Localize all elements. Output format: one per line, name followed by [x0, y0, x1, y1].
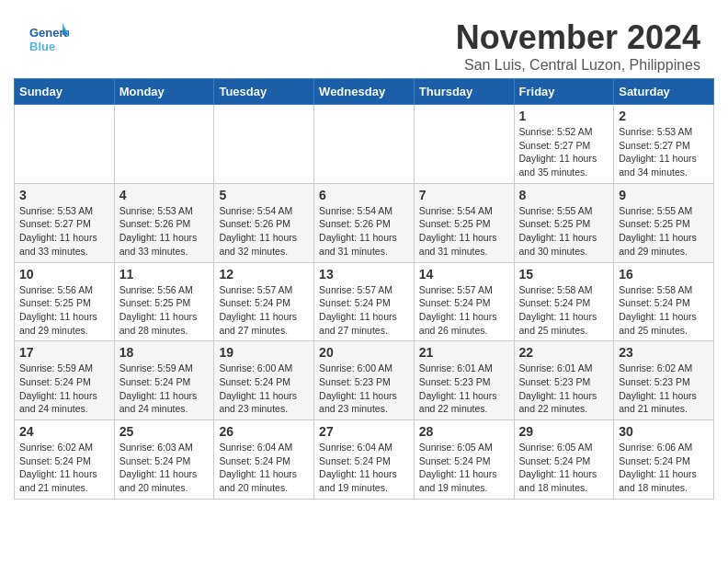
- day-number: 8: [519, 188, 609, 202]
- day-info: Sunrise: 6:00 AM Sunset: 5:24 PM Dayligh…: [219, 362, 309, 416]
- day-info: Sunrise: 5:56 AM Sunset: 5:25 PM Dayligh…: [19, 283, 109, 338]
- calendar-cell: 10Sunrise: 5:56 AM Sunset: 5:25 PM Dayli…: [15, 262, 115, 341]
- calendar-table: SundayMondayTuesdayWednesdayThursdayFrid…: [14, 78, 714, 500]
- calendar-week-1: 1Sunrise: 5:52 AM Sunset: 5:27 PM Daylig…: [15, 105, 714, 184]
- day-number: 18: [119, 345, 210, 360]
- day-number: 11: [119, 267, 210, 282]
- day-number: 23: [619, 345, 709, 360]
- calendar-cell: 26Sunrise: 6:04 AM Sunset: 5:24 PM Dayli…: [214, 420, 314, 500]
- day-number: 6: [319, 188, 409, 202]
- calendar-cell: [314, 105, 415, 184]
- day-info: Sunrise: 5:53 AM Sunset: 5:26 PM Dayligh…: [119, 204, 210, 259]
- day-info: Sunrise: 6:01 AM Sunset: 5:23 PM Dayligh…: [519, 362, 609, 416]
- calendar-cell: 21Sunrise: 6:01 AM Sunset: 5:23 PM Dayli…: [414, 341, 514, 420]
- svg-text:Blue: Blue: [29, 40, 55, 53]
- calendar-cell: [15, 105, 115, 184]
- calendar-cell: 19Sunrise: 6:00 AM Sunset: 5:24 PM Dayli…: [214, 341, 314, 420]
- day-number: 29: [519, 424, 609, 439]
- calendar-week-2: 3Sunrise: 5:53 AM Sunset: 5:27 PM Daylig…: [15, 183, 714, 262]
- day-info: Sunrise: 5:57 AM Sunset: 5:24 PM Dayligh…: [319, 283, 409, 338]
- day-info: Sunrise: 6:03 AM Sunset: 5:24 PM Dayligh…: [119, 441, 210, 495]
- calendar-cell: 30Sunrise: 6:06 AM Sunset: 5:24 PM Dayli…: [614, 420, 714, 500]
- day-number: 4: [119, 188, 210, 202]
- day-number: 28: [419, 424, 509, 439]
- day-info: Sunrise: 5:54 AM Sunset: 5:26 PM Dayligh…: [219, 204, 309, 259]
- day-number: 5: [219, 188, 309, 202]
- calendar-cell: 25Sunrise: 6:03 AM Sunset: 5:24 PM Dayli…: [114, 420, 214, 500]
- col-header-thursday: Thursday: [414, 79, 514, 105]
- col-header-saturday: Saturday: [614, 79, 714, 105]
- calendar-cell: 3Sunrise: 5:53 AM Sunset: 5:27 PM Daylig…: [15, 183, 115, 262]
- calendar-cell: 1Sunrise: 5:52 AM Sunset: 5:27 PM Daylig…: [514, 105, 614, 184]
- calendar-cell: [214, 105, 314, 184]
- day-info: Sunrise: 5:52 AM Sunset: 5:27 PM Dayligh…: [519, 125, 609, 179]
- calendar-cell: 23Sunrise: 6:02 AM Sunset: 5:23 PM Dayli…: [614, 341, 714, 420]
- day-info: Sunrise: 5:54 AM Sunset: 5:26 PM Dayligh…: [319, 204, 409, 259]
- day-number: 1: [519, 109, 609, 123]
- calendar-cell: 20Sunrise: 6:00 AM Sunset: 5:23 PM Dayli…: [314, 341, 415, 420]
- day-info: Sunrise: 6:06 AM Sunset: 5:24 PM Dayligh…: [619, 441, 709, 495]
- calendar-cell: 27Sunrise: 6:04 AM Sunset: 5:24 PM Dayli…: [314, 420, 415, 500]
- day-number: 19: [219, 345, 309, 360]
- day-info: Sunrise: 5:58 AM Sunset: 5:24 PM Dayligh…: [519, 283, 609, 338]
- day-info: Sunrise: 6:04 AM Sunset: 5:24 PM Dayligh…: [319, 441, 409, 495]
- calendar-week-4: 17Sunrise: 5:59 AM Sunset: 5:24 PM Dayli…: [15, 341, 714, 420]
- col-header-sunday: Sunday: [15, 79, 115, 105]
- day-number: 30: [619, 424, 709, 439]
- calendar-cell: 17Sunrise: 5:59 AM Sunset: 5:24 PM Dayli…: [15, 341, 115, 420]
- calendar-cell: 11Sunrise: 5:56 AM Sunset: 5:25 PM Dayli…: [114, 262, 214, 341]
- day-number: 24: [19, 424, 109, 439]
- calendar-cell: 5Sunrise: 5:54 AM Sunset: 5:26 PM Daylig…: [214, 183, 314, 262]
- day-number: 26: [219, 424, 309, 439]
- calendar-cell: 2Sunrise: 5:53 AM Sunset: 5:27 PM Daylig…: [614, 105, 714, 184]
- col-header-monday: Monday: [114, 79, 214, 105]
- day-info: Sunrise: 5:53 AM Sunset: 5:27 PM Dayligh…: [619, 125, 709, 179]
- col-header-tuesday: Tuesday: [214, 79, 314, 105]
- day-number: 22: [519, 345, 609, 360]
- calendar-cell: 6Sunrise: 5:54 AM Sunset: 5:26 PM Daylig…: [314, 183, 415, 262]
- day-info: Sunrise: 5:58 AM Sunset: 5:24 PM Dayligh…: [619, 283, 709, 338]
- day-info: Sunrise: 5:55 AM Sunset: 5:25 PM Dayligh…: [619, 204, 709, 259]
- location: San Luis, Central Luzon, Philippines: [456, 57, 700, 74]
- title-section: November 2024 San Luis, Central Luzon, P…: [456, 18, 700, 74]
- calendar-cell: 12Sunrise: 5:57 AM Sunset: 5:24 PM Dayli…: [214, 262, 314, 341]
- day-info: Sunrise: 6:02 AM Sunset: 5:24 PM Dayligh…: [19, 441, 109, 495]
- calendar-cell: 28Sunrise: 6:05 AM Sunset: 5:24 PM Dayli…: [414, 420, 514, 500]
- day-number: 9: [619, 188, 709, 202]
- day-number: 7: [419, 188, 509, 202]
- page-header: General Blue November 2024 San Luis, Cen…: [0, 0, 728, 78]
- col-header-friday: Friday: [514, 79, 614, 105]
- calendar-cell: 9Sunrise: 5:55 AM Sunset: 5:25 PM Daylig…: [614, 183, 714, 262]
- calendar-week-5: 24Sunrise: 6:02 AM Sunset: 5:24 PM Dayli…: [15, 420, 714, 500]
- calendar-cell: 22Sunrise: 6:01 AM Sunset: 5:23 PM Dayli…: [514, 341, 614, 420]
- calendar-cell: 8Sunrise: 5:55 AM Sunset: 5:25 PM Daylig…: [514, 183, 614, 262]
- day-info: Sunrise: 5:59 AM Sunset: 5:24 PM Dayligh…: [19, 362, 109, 416]
- day-number: 12: [219, 267, 309, 282]
- calendar-cell: 14Sunrise: 5:57 AM Sunset: 5:24 PM Dayli…: [414, 262, 514, 341]
- day-info: Sunrise: 5:59 AM Sunset: 5:24 PM Dayligh…: [119, 362, 210, 416]
- day-number: 10: [19, 267, 109, 282]
- day-number: 21: [419, 345, 509, 360]
- day-number: 13: [319, 267, 409, 282]
- calendar-week-3: 10Sunrise: 5:56 AM Sunset: 5:25 PM Dayli…: [15, 262, 714, 341]
- day-info: Sunrise: 5:54 AM Sunset: 5:25 PM Dayligh…: [419, 204, 509, 259]
- day-info: Sunrise: 5:53 AM Sunset: 5:27 PM Dayligh…: [19, 204, 109, 259]
- calendar-cell: [114, 105, 214, 184]
- calendar-cell: 24Sunrise: 6:02 AM Sunset: 5:24 PM Dayli…: [15, 420, 115, 500]
- day-info: Sunrise: 6:05 AM Sunset: 5:24 PM Dayligh…: [419, 441, 509, 495]
- calendar-cell: 18Sunrise: 5:59 AM Sunset: 5:24 PM Dayli…: [114, 341, 214, 420]
- calendar-cell: 29Sunrise: 6:05 AM Sunset: 5:24 PM Dayli…: [514, 420, 614, 500]
- calendar-cell: 7Sunrise: 5:54 AM Sunset: 5:25 PM Daylig…: [414, 183, 514, 262]
- day-number: 14: [419, 267, 509, 282]
- day-info: Sunrise: 5:57 AM Sunset: 5:24 PM Dayligh…: [219, 283, 309, 338]
- calendar-cell: 4Sunrise: 5:53 AM Sunset: 5:26 PM Daylig…: [114, 183, 214, 262]
- day-info: Sunrise: 6:00 AM Sunset: 5:23 PM Dayligh…: [319, 362, 409, 416]
- day-info: Sunrise: 6:01 AM Sunset: 5:23 PM Dayligh…: [419, 362, 509, 416]
- day-number: 15: [519, 267, 609, 282]
- calendar-cell: 15Sunrise: 5:58 AM Sunset: 5:24 PM Dayli…: [514, 262, 614, 341]
- day-info: Sunrise: 6:04 AM Sunset: 5:24 PM Dayligh…: [219, 441, 309, 495]
- day-number: 17: [19, 345, 109, 360]
- day-number: 2: [619, 109, 709, 123]
- day-info: Sunrise: 6:05 AM Sunset: 5:24 PM Dayligh…: [519, 441, 609, 495]
- col-header-wednesday: Wednesday: [314, 79, 415, 105]
